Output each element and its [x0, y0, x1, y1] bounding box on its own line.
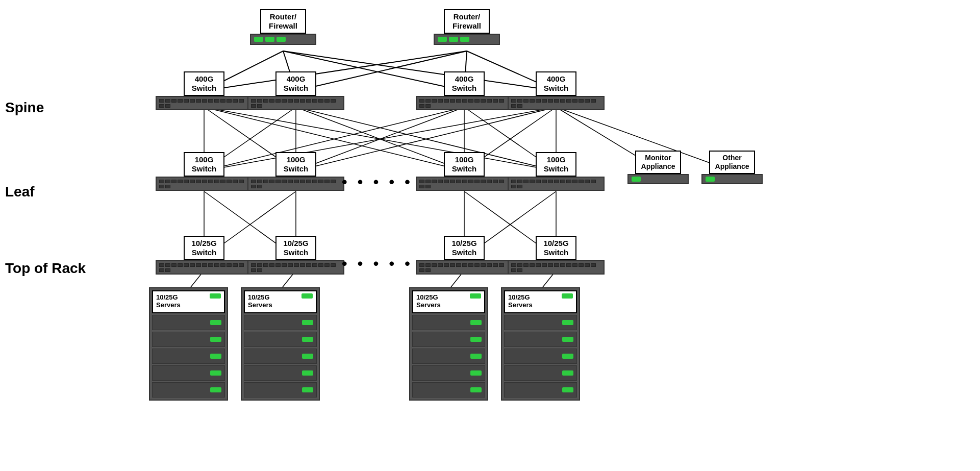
server-rack3-unit6 — [412, 382, 485, 398]
spine-switch2-body — [247, 96, 344, 110]
leaf-switch1-body — [156, 177, 253, 191]
tor-switch1-label: 10/25GSwitch — [184, 236, 224, 260]
server-rack1-unit6 — [152, 382, 225, 398]
server-rack3-unit2 — [412, 315, 485, 330]
spine-switch4: 400GSwitch — [508, 71, 605, 110]
server-rack2-unit3 — [244, 332, 317, 347]
router1: Router/Firewall — [250, 9, 316, 45]
tor-switch1: 10/25GSwitch — [156, 236, 253, 275]
server-rack2-unit6 — [244, 382, 317, 398]
leaf-switch2-body — [247, 177, 344, 191]
server-rack4-unit6 — [504, 382, 577, 398]
leaf-switch2-label: 100GSwitch — [275, 152, 316, 177]
leaf-switch3-label: 100GSwitch — [444, 152, 485, 177]
server-rack1-led2 — [210, 320, 221, 325]
server-rack2-led4 — [302, 354, 313, 359]
router1-port1 — [254, 37, 263, 42]
server-rack1-unit4 — [152, 349, 225, 364]
spine-switch3-label: 400GSwitch — [444, 71, 485, 96]
server-rack2-led2 — [302, 320, 313, 325]
monitor-appliance-body — [627, 174, 689, 184]
server-rack1-unit2 — [152, 315, 225, 330]
router2-body — [434, 34, 500, 45]
server-rack3-unit3 — [412, 332, 485, 347]
other-appliance-port — [706, 177, 715, 182]
server-rack2-unit2 — [244, 315, 317, 330]
network-diagram: Spine Leaf Top of Rack Router/Firewall R… — [0, 0, 980, 471]
server-rack4-led1 — [562, 293, 573, 299]
tor-dots: • • • • • — [342, 255, 413, 272]
tor-switch3: 10/25GSwitch — [416, 236, 513, 275]
server-rack4-unit4 — [504, 349, 577, 364]
monitor-appliance: MonitorAppliance — [627, 151, 689, 184]
server-rack1: 10/25GServers — [149, 287, 228, 401]
server-rack4-led3 — [562, 337, 573, 342]
server-rack3-led6 — [470, 387, 482, 392]
tor-label: Top of Rack — [5, 260, 86, 277]
tor-switch1-body — [156, 260, 253, 275]
other-appliance-label: OtherAppliance — [709, 151, 755, 174]
server-rack3: 10/25GServers — [409, 287, 488, 401]
router1-body — [250, 34, 316, 45]
router1-port2 — [265, 37, 274, 42]
server-rack1-led6 — [210, 387, 221, 392]
spine-switch1-body — [156, 96, 253, 110]
leaf-switch1: 100GSwitch — [156, 152, 253, 191]
server-rack3-led1 — [470, 293, 481, 299]
router2-port1 — [438, 37, 447, 42]
tor-switch3-label: 10/25GSwitch — [444, 236, 485, 260]
server-rack2: 10/25GServers — [241, 287, 320, 401]
spine-switch1-label: 400GSwitch — [184, 71, 224, 96]
monitor-appliance-label: MonitorAppliance — [635, 151, 681, 174]
spine-switch3: 400GSwitch — [416, 71, 513, 110]
server-rack3-label: 10/25GServers — [416, 293, 441, 309]
leaf-switch2: 100GSwitch — [247, 152, 344, 191]
leaf-label: Leaf — [5, 184, 35, 200]
server-rack3-unit4 — [412, 349, 485, 364]
server-rack4-unit3 — [504, 332, 577, 347]
server-rack2-led3 — [302, 337, 313, 342]
spine-label: Spine — [5, 100, 44, 116]
spine-switch4-body — [508, 96, 605, 110]
spine-switch1: 400GSwitch — [156, 71, 253, 110]
tor-switch2: 10/25GSwitch — [247, 236, 344, 275]
server-rack4: 10/25GServers — [501, 287, 580, 401]
server-rack2-label: 10/25GServers — [248, 293, 272, 309]
router1-port3 — [277, 37, 286, 42]
leaf-switch3: 100GSwitch — [416, 152, 513, 191]
server-rack3-led3 — [470, 337, 482, 342]
server-rack3-unit5 — [412, 365, 485, 381]
server-rack2-led5 — [302, 370, 313, 376]
server-rack3-top: 10/25GServers — [412, 290, 485, 313]
server-rack3-led2 — [470, 320, 482, 325]
leaf-switch4-label: 100GSwitch — [536, 152, 576, 177]
server-rack4-led5 — [562, 370, 573, 376]
server-rack2-unit5 — [244, 365, 317, 381]
server-rack4-led6 — [562, 387, 573, 392]
leaf-switch4-body — [508, 177, 605, 191]
tor-switch4-body — [508, 260, 605, 275]
server-rack1-unit5 — [152, 365, 225, 381]
server-rack2-led6 — [302, 387, 313, 392]
tor-switch4: 10/25GSwitch — [508, 236, 605, 275]
server-rack2-unit4 — [244, 349, 317, 364]
router1-label: Router/Firewall — [260, 9, 306, 34]
leaf-switch3-body — [416, 177, 513, 191]
other-appliance-body — [701, 174, 763, 184]
server-rack4-unit2 — [504, 315, 577, 330]
server-rack3-led5 — [470, 370, 482, 376]
leaf-switch1-label: 100GSwitch — [184, 152, 224, 177]
server-rack1-led4 — [210, 354, 221, 359]
tor-switch2-body — [247, 260, 344, 275]
server-rack1-unit3 — [152, 332, 225, 347]
spine-switch2-label: 400GSwitch — [275, 71, 316, 96]
router2-label: Router/Firewall — [444, 9, 490, 34]
router2: Router/Firewall — [434, 9, 500, 45]
tor-switch2-label: 10/25GSwitch — [275, 236, 316, 260]
server-rack1-label: 10/25GServers — [156, 293, 181, 309]
server-rack2-led1 — [301, 293, 313, 299]
server-rack4-top: 10/25GServers — [504, 290, 577, 313]
server-rack3-led4 — [470, 354, 482, 359]
server-rack1-led1 — [210, 293, 221, 299]
monitor-appliance-port — [632, 177, 641, 182]
